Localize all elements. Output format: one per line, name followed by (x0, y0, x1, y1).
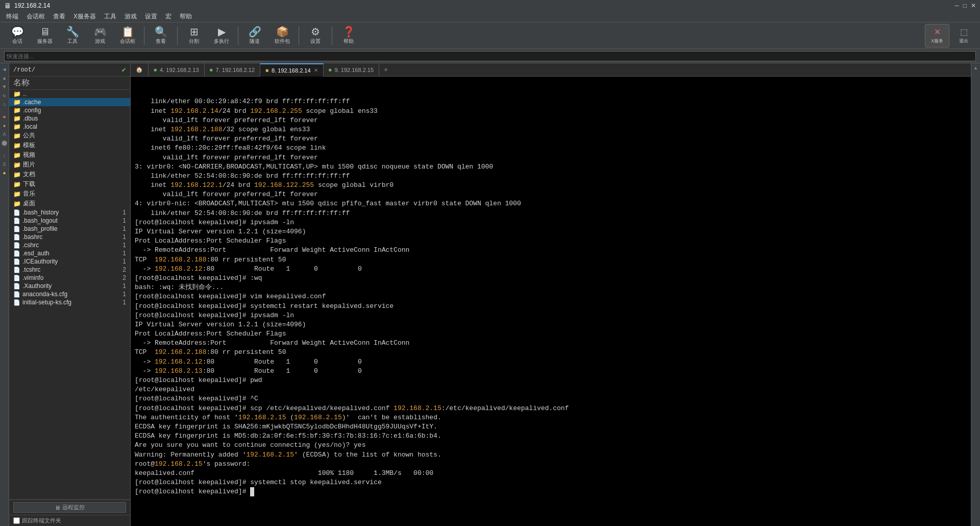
tree-item-anaconda-ks.cfg[interactable]: 📄anaconda-ks.cfg1 (9, 290, 130, 298)
file-tree[interactable]: 📁..📁.cache📁.config📁.dbus📁.local📁公共📁模板📁视频… (9, 90, 130, 499)
tree-item-.ICEauthority[interactable]: 📄.ICEauthority1 (9, 257, 130, 266)
tree-item-.tcshrc[interactable]: 📄.tcshrc2 (9, 266, 130, 274)
terminal-text: -> (135, 358, 155, 366)
tree-item-.bash_logout[interactable]: 📄.bash_logout1 (9, 217, 130, 225)
toolbar-label-会话: 会话 (12, 38, 22, 45)
toolbar-btn-设置[interactable]: ⚙设置 (302, 24, 329, 47)
folder-icon: 📁 (13, 115, 21, 122)
right-sidebar: ▲ (971, 63, 980, 526)
toolbar-btn-软件包[interactable]: 📦软件包 (269, 24, 296, 47)
toolbar-btn-分割[interactable]: ⊞分割 (181, 24, 207, 47)
item-count: 1 (114, 233, 126, 241)
terminal-line: valid_lft forever preferred_lft forever (135, 190, 967, 199)
minimize-button[interactable]: ─ (954, 2, 959, 9)
menu-item-会话框[interactable]: 会话框 (22, 11, 49, 22)
nav-expand-icon[interactable]: ◀ (1, 65, 9, 74)
tree-item-.local[interactable]: 📁.local (9, 123, 130, 131)
tab-4. 192.168.2.13[interactable]: ■4. 192.168.2.13 (149, 63, 205, 77)
tree-item-公共[interactable]: 📁公共 (9, 131, 130, 140)
tree-item-图片[interactable]: 📁图片 (9, 160, 130, 170)
tab-close-8. 192.168.2.14[interactable]: ✕ (314, 67, 318, 73)
tab-icon-8. 192.168.2.14: ■ (265, 67, 268, 73)
tree-item-.dbus[interactable]: 📁.dbus (9, 114, 130, 123)
menu-item-帮助[interactable]: 帮助 (176, 11, 196, 22)
tree-item-.viminfo[interactable]: 📄.viminfo2 (9, 274, 130, 282)
tree-item-initial-setup-ks.cfg[interactable]: 📄initial-setup-ks.cfg1 (9, 298, 130, 306)
menu-item-工具[interactable]: 工具 (100, 11, 120, 22)
tree-item-.cshrc[interactable]: 📄.cshrc1 (9, 241, 130, 249)
nav-filter-icon[interactable]: ● (1, 113, 9, 121)
toolbar-btn-游戏[interactable]: 🎮游戏 (87, 24, 113, 47)
nav-arrow-icon[interactable]: ↓ (1, 152, 9, 160)
tree-item-.bashrc[interactable]: 📄.bashrc1 (9, 233, 130, 241)
tree-item-.cache[interactable]: 📁.cache (9, 98, 130, 106)
tree-item-.Xauthority[interactable]: 📄.Xauthority1 (9, 282, 130, 290)
item-name: .tcshrc (22, 266, 112, 273)
file-icon: 📄 (13, 209, 20, 216)
nav-down-icon[interactable]: ▼ (1, 83, 9, 91)
nav-refresh-icon[interactable]: ↻ (1, 91, 9, 100)
toolbar-btn-帮助[interactable]: ❓帮助 (335, 24, 362, 47)
terminal-text: 192.168.2.188 (170, 126, 222, 133)
tree-item-视频[interactable]: 📁视频 (9, 150, 130, 160)
terminal-text: IP Virtual Server version 1.2.1 (size=40… (135, 321, 306, 328)
quickconnect-input[interactable] (4, 51, 976, 61)
tab-8. 192.168.2.14[interactable]: ■8. 192.168.2.14✕ (260, 63, 324, 77)
tree-item-..[interactable]: 📁.. (9, 90, 130, 98)
nav-star-icon[interactable]: ★ (1, 122, 9, 130)
x-server-button[interactable]: ✕ X服务 (925, 24, 949, 47)
tree-item-.bash_profile[interactable]: 📄.bash_profile1 (9, 225, 130, 233)
terminal-text: [root@localhost keepalived]# ipvsadm -ln (135, 219, 294, 226)
terminal-line: -> 192.168.2.12:80 Route 1 0 0 (135, 265, 967, 274)
terminal-line: ECDSA key fingerprint is SHA256:mKjwkbQT… (135, 422, 967, 432)
follow-checkbox[interactable] (13, 517, 20, 524)
exit-button[interactable]: ⬚ 退出 (951, 24, 976, 47)
nav-up-icon[interactable]: ▲ (1, 74, 9, 82)
menu-item-设置[interactable]: 设置 (141, 11, 161, 22)
home-tab[interactable]: 🏠 (131, 63, 149, 77)
toolbar-btn-服务器[interactable]: 🖥服务器 (32, 24, 58, 47)
terminal-text: -> (135, 367, 155, 375)
tree-item-.bash_history[interactable]: 📄.bash_history1 (9, 208, 130, 217)
toolbar-btn-工具[interactable]: 🔧工具 (59, 24, 86, 47)
menu-item-终端[interactable]: 终端 (2, 11, 22, 22)
terminal-text: [root@localhost keepalived]# (135, 488, 250, 495)
close-button[interactable]: ✕ (971, 2, 976, 9)
toolbar-btn-会话[interactable]: 💬会话 (4, 24, 31, 47)
toolbar-btn-查看[interactable]: 🔍查看 (148, 24, 174, 47)
tree-item-.config[interactable]: 📁.config (9, 106, 130, 114)
tree-item-模板[interactable]: 📁模板 (9, 140, 130, 150)
nav-abc-icon[interactable]: A (1, 130, 9, 138)
tree-item-桌面[interactable]: 📁桌面 (9, 199, 130, 208)
app-icon: 🖥 (4, 2, 11, 10)
item-count: 2 (114, 266, 126, 273)
nav-color-icon[interactable]: ⬤ (1, 139, 9, 147)
tree-item-文档[interactable]: 📁文档 (9, 170, 130, 179)
tab-7. 192.168.2.12[interactable]: ■7. 192.168.2.12 (205, 63, 261, 77)
menu-item-游戏[interactable]: 游戏 (120, 11, 141, 22)
remote-monitor-button[interactable]: 🖥 远程监控 (13, 502, 126, 513)
toolbar-btn-多执行[interactable]: ▶多执行 (208, 24, 235, 47)
tree-item-音乐[interactable]: 📁音乐 (9, 189, 130, 199)
terminal-text: /24 brd (223, 181, 254, 189)
nav-home-icon[interactable]: ⌂ (1, 100, 9, 108)
toolbar-btn-会话框[interactable]: 📋会话框 (114, 24, 141, 47)
menu-item-X服务器[interactable]: X服务器 (69, 11, 100, 22)
nav-side-icon[interactable]: S (1, 160, 9, 169)
file-icon: 📄 (13, 250, 20, 257)
monitor-icon: 🖥 (55, 505, 60, 511)
maximize-button[interactable]: □ (963, 2, 967, 9)
tree-item-下载[interactable]: 📁下载 (9, 179, 130, 189)
folder-icon: 📁 (13, 99, 21, 106)
menu-item-查看[interactable]: 查看 (49, 11, 69, 22)
nav-more-icon[interactable]: ● (1, 169, 9, 177)
terminal-content[interactable]: link/ether 00:0c:29:a8:42:f9 brd ff:ff:f… (131, 77, 971, 526)
menu-item-宏[interactable]: 宏 (161, 11, 176, 22)
new-tab-button[interactable]: + (379, 66, 393, 74)
file-icon: 📄 (13, 283, 20, 290)
tree-item-.esd_auth[interactable]: 📄.esd_auth1 (9, 249, 130, 257)
right-icon-1[interactable]: ▲ (972, 64, 980, 73)
toolbar-btn-隧道[interactable]: 🔗隧道 (241, 24, 268, 47)
tab-9. 192.168.2.15[interactable]: ■9. 192.168.2.15 (324, 63, 380, 77)
toolbar-icon-游戏: 🎮 (94, 27, 107, 37)
